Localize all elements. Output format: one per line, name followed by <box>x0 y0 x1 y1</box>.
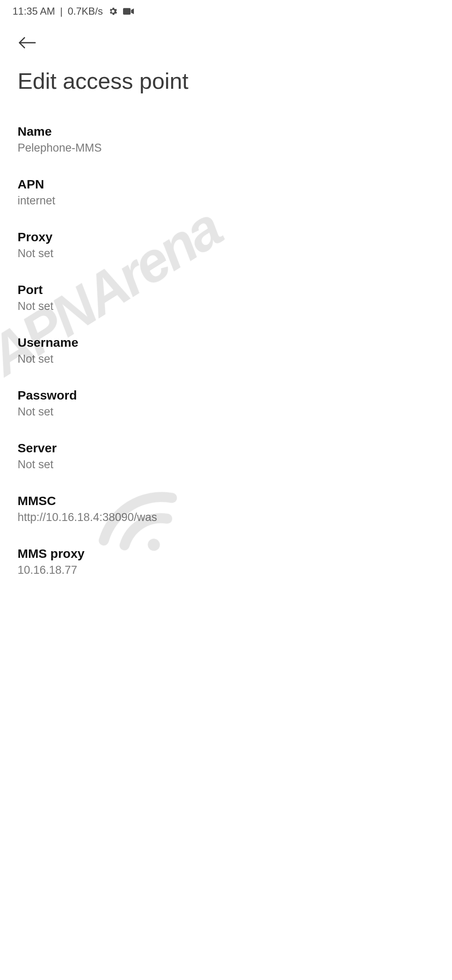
setting-label: Proxy <box>18 230 301 245</box>
setting-value: Not set <box>18 405 301 419</box>
page-title: Edit access point <box>0 58 301 107</box>
setting-mms-proxy[interactable]: MMS proxy 10.16.18.77 <box>0 535 301 588</box>
setting-apn[interactable]: APN internet <box>0 166 301 219</box>
setting-value: 10.16.18.77 <box>18 564 301 577</box>
status-left: 11:35 AM | 0.7KB/s <box>13 6 134 17</box>
status-bar: 11:35 AM | 0.7KB/s 4G × <box>0 0 301 23</box>
setting-label: Port <box>18 283 301 297</box>
setting-proxy[interactable]: Proxy Not set <box>0 219 301 271</box>
setting-username[interactable]: Username Not set <box>0 324 301 377</box>
setting-name[interactable]: Name Pelephone-MMS <box>0 113 301 166</box>
setting-label: Server <box>18 441 301 456</box>
setting-value: http://10.16.18.4:38090/was <box>18 511 301 524</box>
setting-value: Not set <box>18 353 301 366</box>
setting-value: internet <box>18 194 301 208</box>
setting-mmsc[interactable]: MMSC http://10.16.18.4:38090/was <box>0 482 301 535</box>
status-separator: | <box>60 6 62 17</box>
setting-server[interactable]: Server Not set <box>0 430 301 482</box>
header-row <box>0 23 301 58</box>
setting-value: Not set <box>18 247 301 260</box>
status-data-rate: 0.7KB/s <box>68 6 103 17</box>
screen: 11:35 AM | 0.7KB/s 4G × <box>0 0 301 653</box>
setting-label: Username <box>18 335 301 350</box>
setting-label: Password <box>18 388 301 403</box>
video-camera-icon <box>123 7 134 16</box>
status-time: 11:35 AM <box>13 6 55 17</box>
setting-label: MMS proxy <box>18 547 301 561</box>
setting-password[interactable]: Password Not set <box>0 377 301 430</box>
setting-value: Not set <box>18 458 301 472</box>
setting-value: Not set <box>18 300 301 313</box>
setting-value: Pelephone-MMS <box>18 142 301 155</box>
setting-label: APN <box>18 177 301 192</box>
back-arrow-icon[interactable] <box>18 35 38 50</box>
setting-label: Name <box>18 124 301 139</box>
setting-label: MMSC <box>18 494 301 508</box>
gear-icon <box>108 6 118 16</box>
svg-rect-0 <box>123 8 131 15</box>
settings-list: Name Pelephone-MMS APN internet Proxy No… <box>0 107 301 588</box>
setting-port[interactable]: Port Not set <box>0 271 301 324</box>
